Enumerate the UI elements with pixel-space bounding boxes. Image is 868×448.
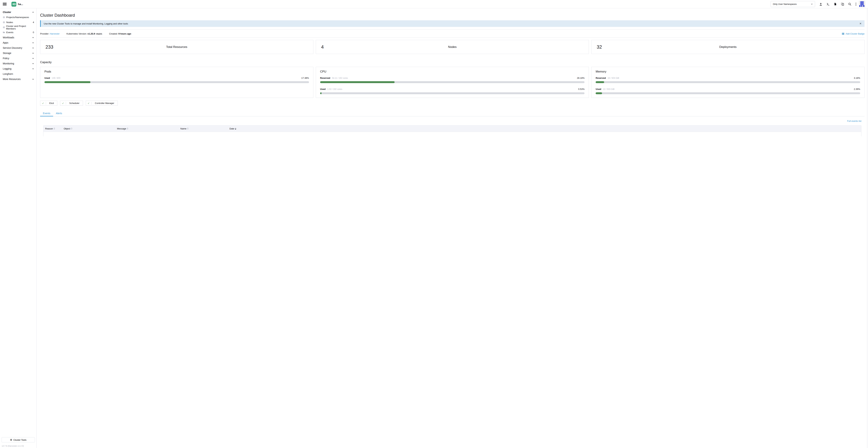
chevron-down-icon <box>32 52 34 54</box>
column-label: Name <box>180 127 186 130</box>
column-header-object[interactable]: Object <box>64 127 117 130</box>
capacity-cards: Pods Used 139 / 800 17.38% CPU Reserved … <box>40 67 272 98</box>
globe-icon <box>3 21 5 24</box>
sidebar: Cluster Projects/Namespaces Nodes 4 Clus… <box>0 8 37 138</box>
provider-link[interactable]: Harvester <box>50 32 60 35</box>
k8s-version-label: Kubernetes Version: <box>66 32 87 35</box>
sidebar-item-events[interactable]: Events 0 <box>0 30 36 35</box>
full-events-list-link[interactable]: Full events list <box>40 120 272 122</box>
cluster-name: ha... <box>18 3 23 5</box>
sidebar-item-label: Cluster and Project Members <box>6 25 34 30</box>
sidebar-group-label: Apps <box>3 41 8 44</box>
sidebar-group-storage[interactable]: Storage <box>0 51 36 56</box>
main-content: Cluster Dashboard Use the new Cluster To… <box>37 8 272 138</box>
sidebar-group-workloads[interactable]: Workloads <box>0 35 36 40</box>
column-header-name[interactable]: Name <box>180 127 229 130</box>
chevron-down-icon <box>32 57 34 59</box>
folder-icon <box>3 31 5 33</box>
glance-row: Provider: Harvester Kubernetes Version: … <box>40 32 272 35</box>
sidebar-group-apps[interactable]: Apps <box>0 40 36 45</box>
hamburger-icon[interactable] <box>3 2 7 6</box>
k8s-version-value: v1.25.9 <box>88 32 95 35</box>
harvester-logo <box>11 2 16 7</box>
status-badge-label: Etcd <box>46 102 57 104</box>
chevron-down-icon <box>32 63 34 65</box>
sidebar-group-more-resources[interactable]: More Resources <box>0 76 36 82</box>
sidebar-group-label: More Resources <box>3 78 21 81</box>
column-label: Reason <box>45 127 53 130</box>
meter-label: Used <box>44 77 50 79</box>
sidebar-item-label: Nodes <box>6 21 13 24</box>
column-header-reason[interactable]: Reason <box>43 127 64 130</box>
column-header-message[interactable]: Message <box>117 127 180 130</box>
status-badge-label: Scheduler <box>66 102 83 104</box>
provider-label: Provider: <box>40 32 49 35</box>
banner-text: Use the new Cluster Tools to manage and … <box>44 22 128 25</box>
sort-icon-active-desc <box>235 128 236 130</box>
status-badge-controller-manager: ✓ Controller Manager <box>86 101 118 106</box>
stat-label: Total Resources <box>40 40 272 54</box>
sort-icon <box>54 128 55 130</box>
tab-events[interactable]: Events <box>40 110 53 116</box>
progress-fill <box>44 81 90 83</box>
k8s-version-item: Kubernetes Version: v1.25.9 +rke2r1 <box>66 32 102 35</box>
sidebar-item-cluster-and-project-members[interactable]: Cluster and Project Members <box>0 25 36 30</box>
sidebar-item-count: 4 <box>33 21 34 24</box>
sidebar-group-label: Cluster <box>3 11 11 13</box>
sort-icon <box>71 128 72 130</box>
stat-card-total-resources: 233 Total Resources <box>40 40 272 54</box>
events-table-body <box>43 132 272 136</box>
stat-cards: 233 Total Resources 4 Nodes 32 Deploymen… <box>40 40 272 54</box>
sidebar-group-longhorn[interactable]: Longhorn <box>0 71 36 76</box>
events-table-header: Reason Object Message Name Date <box>43 125 272 132</box>
column-label: Message <box>117 127 126 130</box>
capacity-card-pods: Pods Used 139 / 800 17.38% <box>40 67 272 98</box>
column-header-date[interactable]: Date <box>229 127 272 130</box>
tab-alerts[interactable]: Alerts <box>53 110 65 116</box>
sidebar-group-label: Policy <box>3 57 9 60</box>
sidebar-group-monitoring[interactable]: Monitoring <box>0 61 36 66</box>
page-title: Cluster Dashboard <box>40 13 272 18</box>
created-value: 9 hours ago <box>118 32 131 35</box>
sidebar-group-logging[interactable]: Logging <box>0 66 36 71</box>
chevron-down-icon <box>32 37 34 38</box>
chevron-up-icon <box>32 11 34 13</box>
sidebar-group-label: Workloads <box>3 36 14 39</box>
status-badge-scheduler: ✓ Scheduler <box>60 101 83 106</box>
check-icon: ✓ <box>40 102 46 105</box>
status-badge-etcd: ✓ Etcd <box>40 101 57 106</box>
created-item: Created: 9 hours ago <box>109 32 131 35</box>
sidebar-item-nodes[interactable]: Nodes 4 <box>0 20 36 25</box>
progress-bar <box>44 81 272 83</box>
check-icon: ✓ <box>86 102 92 105</box>
sidebar-group-label: Storage <box>3 52 11 55</box>
column-label: Date <box>229 127 234 130</box>
capacity-card-title: Pods <box>44 70 272 73</box>
component-status-badges: ✓ Etcd ✓ Scheduler ✓ Controller Manager <box>40 101 272 106</box>
sidebar-item-label: Events <box>6 31 13 34</box>
sidebar-group-service-discovery[interactable]: Service Discovery <box>0 45 36 51</box>
created-label: Created: <box>109 32 118 35</box>
top-bar: ha... Only User Namespaces <box>0 0 272 8</box>
sort-icon <box>187 128 189 130</box>
sidebar-group-label: Monitoring <box>3 62 14 65</box>
provider-item: Provider: Harvester <box>40 32 60 35</box>
sidebar-group-label: Longhorn <box>3 72 13 75</box>
globe-icon <box>3 16 5 19</box>
status-badge-label: Controller Manager <box>92 102 118 104</box>
check-icon: ✓ <box>60 102 66 105</box>
events-table: Reason Object Message Name Date <box>43 125 272 136</box>
divider <box>40 29 272 30</box>
k8s-version-suffix: +rke2r1 <box>96 33 102 35</box>
sidebar-group-policy[interactable]: Policy <box>0 56 36 61</box>
chevron-down-icon <box>32 78 34 80</box>
cluster-tools-banner: Use the new Cluster Tools to manage and … <box>40 20 272 27</box>
sort-icon <box>127 128 128 130</box>
chevron-down-icon <box>32 42 34 44</box>
meter-pods-used: Used 139 / 800 17.38% <box>44 77 272 83</box>
meter-detail: 139 / 800 <box>52 77 60 79</box>
sidebar-group-cluster[interactable]: Cluster <box>0 9 36 15</box>
sidebar-item-projects-namespaces[interactable]: Projects/Namespaces <box>0 15 36 20</box>
globe-icon <box>3 26 5 28</box>
capacity-heading: Capacity <box>40 61 272 64</box>
